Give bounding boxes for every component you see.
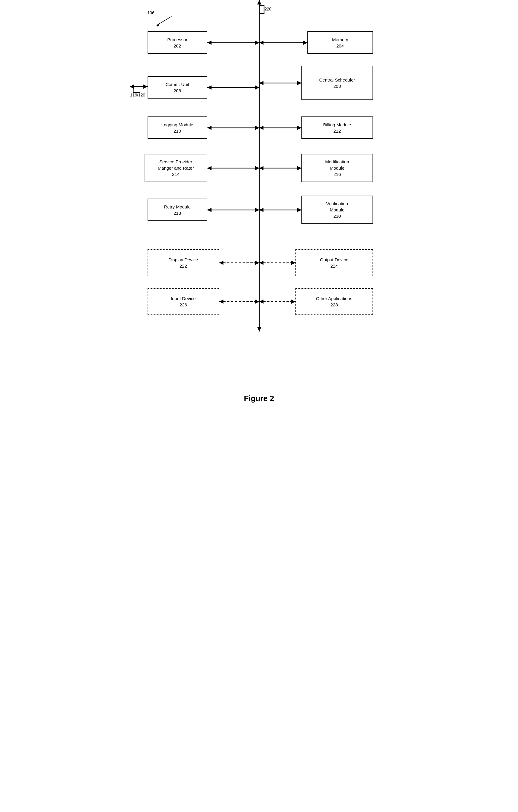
svg-marker-1	[257, 327, 261, 331]
svg-marker-33	[207, 208, 211, 212]
ref-220-label: 220	[265, 6, 271, 11]
central-scheduler-label: Central Scheduler208	[319, 77, 355, 89]
svg-marker-6	[130, 85, 134, 89]
svg-marker-34	[255, 208, 259, 212]
modification-module-label: ModificationModule216	[325, 158, 349, 177]
service-provider-box: Service ProviderManger and Rater214	[145, 154, 207, 182]
svg-marker-36	[297, 208, 301, 212]
other-applications-box: Other Applications228	[295, 288, 373, 315]
diagram-container: 106 220 116/120 Processor202 Memory204 C…	[130, 0, 388, 406]
output-device-box: Output Device224	[295, 249, 373, 276]
svg-marker-13	[259, 40, 263, 45]
verification-module-label: VerificationModule230	[326, 200, 348, 219]
service-provider-label: Service ProviderManger and Rater214	[158, 158, 194, 177]
svg-marker-39	[219, 261, 224, 265]
svg-marker-31	[259, 166, 263, 170]
input-device-box: Input Device226	[148, 288, 219, 315]
figure-caption: Figure 2	[130, 394, 388, 403]
svg-marker-21	[207, 126, 211, 130]
verification-module-box: VerificationModule230	[301, 196, 373, 224]
other-applications-label: Other Applications228	[316, 295, 352, 308]
svg-marker-2	[257, 0, 261, 4]
svg-marker-22	[255, 126, 259, 130]
svg-marker-18	[297, 81, 301, 85]
memory-label: Memory204	[332, 36, 348, 49]
svg-line-3	[156, 17, 171, 25]
svg-marker-12	[303, 40, 308, 45]
svg-marker-46	[255, 299, 259, 304]
svg-marker-24	[297, 126, 301, 130]
ref-116-120-label: 116/120	[130, 93, 145, 97]
display-device-box: Display Device222	[148, 249, 219, 276]
logging-module-label: Logging Module210	[161, 121, 193, 134]
central-scheduler-box: Central Scheduler208	[301, 66, 373, 100]
svg-marker-27	[207, 166, 211, 170]
ref-106-label: 106	[148, 10, 154, 15]
input-device-label: Input Device226	[171, 295, 196, 308]
svg-marker-40	[255, 261, 259, 265]
output-device-label: Output Device224	[320, 257, 348, 269]
billing-module-box: Billing Module212	[301, 116, 373, 139]
svg-marker-37	[259, 208, 263, 212]
memory-box: Memory204	[308, 31, 373, 54]
svg-marker-45	[219, 299, 224, 304]
processor-label: Processor202	[167, 36, 188, 49]
comm-unit-label: Comm. Unit206	[166, 81, 189, 94]
svg-marker-30	[297, 166, 301, 170]
billing-module-label: Billing Module212	[323, 121, 351, 134]
processor-box: Processor202	[148, 31, 207, 54]
svg-marker-25	[259, 126, 263, 130]
svg-marker-10	[255, 40, 259, 45]
display-device-label: Display Device222	[169, 257, 198, 269]
retry-module-box: Retry Module218	[148, 199, 207, 221]
svg-marker-28	[255, 166, 259, 170]
svg-marker-15	[207, 85, 211, 90]
logging-module-box: Logging Module210	[148, 116, 207, 139]
svg-marker-43	[259, 261, 263, 265]
svg-marker-49	[259, 299, 263, 304]
svg-marker-19	[259, 81, 263, 85]
retry-module-label: Retry Module218	[164, 204, 191, 216]
svg-marker-4	[156, 23, 160, 27]
svg-marker-7	[143, 85, 148, 89]
svg-marker-16	[255, 85, 259, 90]
svg-marker-42	[291, 261, 295, 265]
svg-marker-9	[207, 40, 211, 45]
modification-module-box: ModificationModule216	[301, 154, 373, 182]
comm-unit-box: Comm. Unit206	[148, 76, 207, 98]
svg-marker-48	[291, 299, 295, 304]
